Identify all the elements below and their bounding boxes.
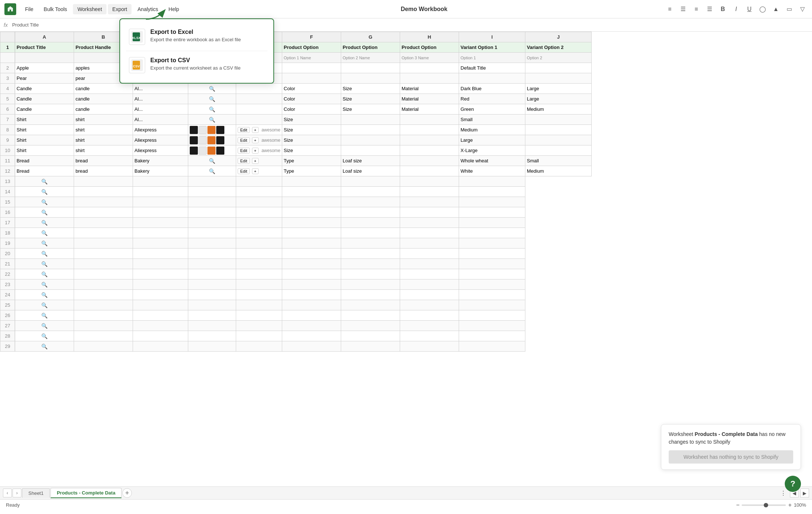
- zoom-in-button[interactable]: +: [788, 502, 791, 508]
- cell-8j[interactable]: [525, 125, 592, 135]
- search-icon[interactable]: 🔍: [41, 323, 48, 329]
- cell-10j[interactable]: [525, 145, 592, 156]
- edit-button-11[interactable]: Edit: [238, 158, 250, 164]
- cell-11a[interactable]: Bread: [15, 156, 74, 166]
- menu-file[interactable]: File: [21, 4, 38, 14]
- cell-8d[interactable]: [188, 125, 236, 135]
- header-i[interactable]: Variant Option 1: [459, 42, 525, 53]
- cell-11f[interactable]: Type: [282, 156, 341, 166]
- search-icon[interactable]: 🔍: [41, 282, 48, 288]
- cell-11d[interactable]: 🔍: [188, 156, 236, 166]
- cell-11b[interactable]: bread: [74, 156, 133, 166]
- tab-products-complete[interactable]: Products - Complete Data: [50, 488, 122, 498]
- cell-12b[interactable]: bread: [74, 166, 133, 176]
- align-center-icon[interactable]: ☰: [678, 4, 688, 14]
- cell-7e[interactable]: [236, 115, 282, 125]
- col-header-f[interactable]: F: [282, 32, 341, 42]
- cell-3g[interactable]: [341, 73, 400, 84]
- header-h[interactable]: Product Option: [400, 42, 459, 53]
- export-excel-option[interactable]: XLSX Export to Excel Export the entire w…: [126, 25, 267, 49]
- cell-4i[interactable]: Dark Blue: [459, 84, 525, 94]
- zoom-slider[interactable]: [742, 504, 786, 506]
- cell-5g[interactable]: Size: [341, 94, 400, 104]
- search-icon[interactable]: 🔍: [209, 96, 215, 102]
- cell-9h[interactable]: [400, 135, 459, 145]
- cell-6a[interactable]: Candle: [15, 104, 74, 115]
- zoom-out-button[interactable]: −: [736, 502, 739, 508]
- cell-5j[interactable]: Large: [525, 94, 592, 104]
- cell-6f[interactable]: Color: [282, 104, 341, 115]
- cell-12j[interactable]: Medium: [525, 166, 592, 176]
- header-g[interactable]: Product Option: [341, 42, 400, 53]
- cell-5e[interactable]: [236, 94, 282, 104]
- cell-6b[interactable]: candle: [74, 104, 133, 115]
- cell-10d[interactable]: [188, 145, 236, 156]
- sheet-scroll[interactable]: A B C D E F G H I J 1 Product Title Pro: [0, 32, 812, 486]
- cell-12f[interactable]: Type: [282, 166, 341, 176]
- help-button[interactable]: ?: [785, 476, 801, 492]
- cell-10h[interactable]: [400, 145, 459, 156]
- cell-7j[interactable]: [525, 115, 592, 125]
- cell-2f[interactable]: [282, 63, 341, 73]
- cell-11h[interactable]: [400, 156, 459, 166]
- cell-8i[interactable]: Medium: [459, 125, 525, 135]
- export-csv-option[interactable]: CSV Export to CSV Export the current wor…: [126, 53, 267, 77]
- cell-11c[interactable]: Bakery: [133, 156, 188, 166]
- search-icon[interactable]: 🔍: [41, 220, 48, 226]
- italic-icon[interactable]: I: [731, 4, 741, 14]
- cell-6d[interactable]: 🔍: [188, 104, 236, 115]
- plus-button-10[interactable]: +: [252, 148, 259, 154]
- col-header-h[interactable]: H: [400, 32, 459, 42]
- cell-11e[interactable]: Edit +: [236, 156, 282, 166]
- tab-scroll-right[interactable]: ▶: [800, 489, 809, 497]
- cell-2g[interactable]: [341, 63, 400, 73]
- cell-10a[interactable]: Shirt: [15, 145, 74, 156]
- cell-2i[interactable]: Default Title: [459, 63, 525, 73]
- cell-5a[interactable]: Candle: [15, 94, 74, 104]
- underline-icon[interactable]: U: [744, 4, 755, 14]
- cell-3f[interactable]: [282, 73, 341, 84]
- col-header-g[interactable]: G: [341, 32, 400, 42]
- cell-3a[interactable]: Pear: [15, 73, 74, 84]
- cell-4a[interactable]: Candle: [15, 84, 74, 94]
- cell-8e[interactable]: Edit + awesome: [236, 125, 282, 135]
- cell-8c[interactable]: Aliexpress: [133, 125, 188, 135]
- plus-button-12[interactable]: +: [252, 168, 259, 174]
- cell-9c[interactable]: Aliexpress: [133, 135, 188, 145]
- cell-7h[interactable]: [400, 115, 459, 125]
- cell-3i[interactable]: [459, 73, 525, 84]
- cell-7a[interactable]: Shirt: [15, 115, 74, 125]
- edit-button-8[interactable]: Edit: [238, 127, 250, 133]
- cell-12h[interactable]: [400, 166, 459, 176]
- search-icon[interactable]: 🔍: [41, 302, 48, 308]
- cell-8g[interactable]: [341, 125, 400, 135]
- cell-9e[interactable]: Edit + awesome: [236, 135, 282, 145]
- cell-7g[interactable]: [341, 115, 400, 125]
- cell-4h[interactable]: Material: [400, 84, 459, 94]
- menu-bulk-tools[interactable]: Bulk Tools: [39, 4, 72, 14]
- search-icon[interactable]: 🔍: [209, 117, 215, 123]
- cell-9f[interactable]: Size: [282, 135, 341, 145]
- search-icon[interactable]: 🔍: [209, 86, 215, 92]
- cell-11i[interactable]: Whole wheat: [459, 156, 525, 166]
- search-icon[interactable]: 🔍: [41, 344, 48, 349]
- cell-11g[interactable]: Loaf size: [341, 156, 400, 166]
- bold-icon[interactable]: B: [718, 4, 728, 14]
- col-header-i[interactable]: I: [459, 32, 525, 42]
- search-icon[interactable]: 🔍: [209, 106, 215, 112]
- cell-2j[interactable]: [525, 63, 592, 73]
- cell-12d[interactable]: 🔍: [188, 166, 236, 176]
- cell-12a[interactable]: Bread: [15, 166, 74, 176]
- search-icon[interactable]: 🔍: [41, 179, 48, 184]
- cell-6j[interactable]: Medium: [525, 104, 592, 115]
- cell-9a[interactable]: Shirt: [15, 135, 74, 145]
- cell-4f[interactable]: Color: [282, 84, 341, 94]
- cell-6e[interactable]: [236, 104, 282, 115]
- cell-10c[interactable]: Aliexpress: [133, 145, 188, 156]
- cell-2a[interactable]: Apple: [15, 63, 74, 73]
- cell-4j[interactable]: Large: [525, 84, 592, 94]
- search-icon[interactable]: 🔍: [41, 261, 48, 267]
- search-icon[interactable]: 🔍: [41, 210, 48, 215]
- cell-11j[interactable]: Small: [525, 156, 592, 166]
- align-right-icon[interactable]: ≡: [691, 4, 701, 14]
